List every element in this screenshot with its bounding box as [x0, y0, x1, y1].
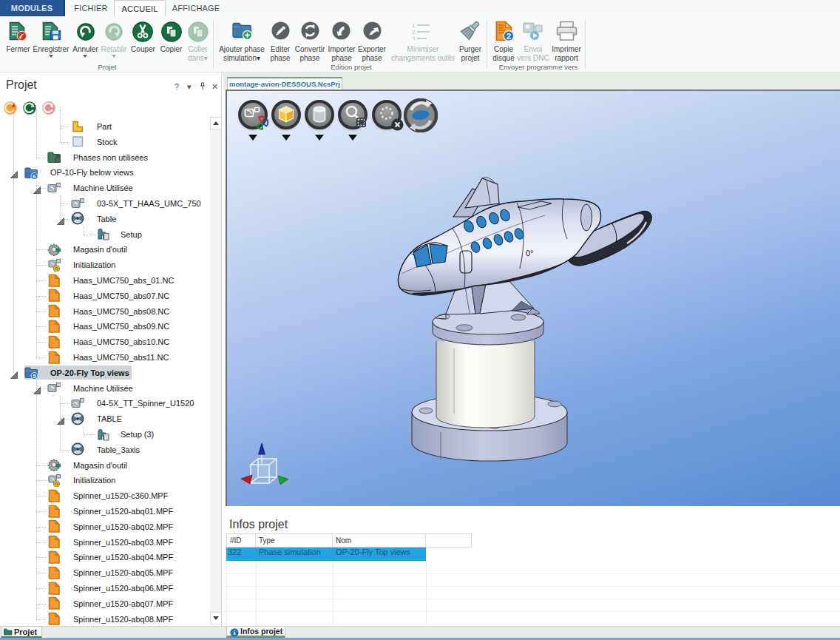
svg-text:1: 1 [412, 22, 416, 29]
svg-text:5: 5 [33, 373, 36, 379]
svg-text:3: 3 [412, 36, 416, 40]
svg-text:2: 2 [507, 32, 511, 41]
svg-text:0°: 0° [526, 249, 534, 257]
svg-text:6: 6 [33, 173, 36, 179]
svg-text:2: 2 [412, 29, 416, 36]
